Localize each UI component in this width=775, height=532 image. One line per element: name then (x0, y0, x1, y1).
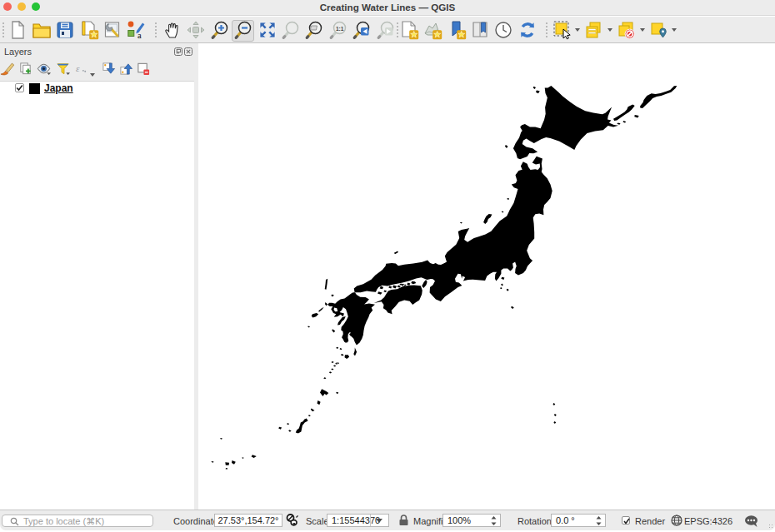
svg-text:1:1: 1:1 (336, 26, 344, 32)
svg-text:a: a (138, 31, 142, 40)
svg-text:ε: ε (76, 63, 80, 73)
